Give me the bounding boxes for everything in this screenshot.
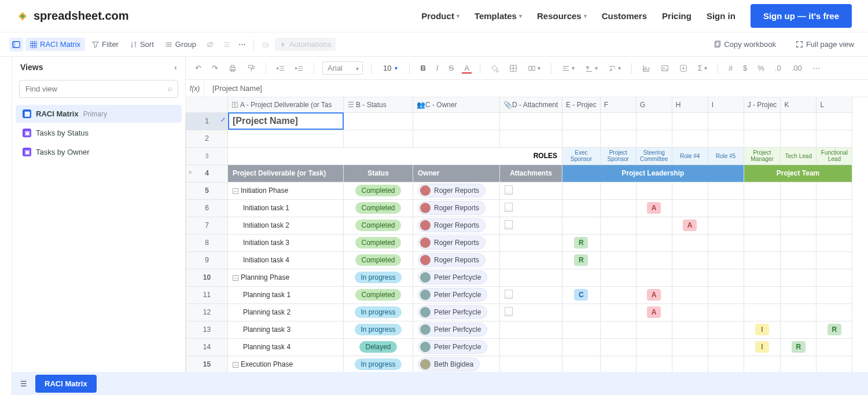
- more-button[interactable]: ⋯: [236, 37, 249, 52]
- status-cell[interactable]: Completed: [344, 199, 413, 217]
- image-button[interactable]: [659, 63, 671, 74]
- view-item[interactable]: ▣Tasks by Status: [16, 124, 182, 142]
- column-header[interactable]: G: [636, 97, 672, 112]
- hash-button[interactable]: #: [726, 63, 735, 74]
- bold-button[interactable]: B: [418, 63, 428, 74]
- comment-button[interactable]: [677, 63, 690, 74]
- merge-button[interactable]: ▾: [525, 63, 543, 74]
- nav-pricing[interactable]: Pricing: [662, 11, 692, 21]
- group-button[interactable]: Group: [161, 38, 201, 51]
- status-cell[interactable]: In progress: [344, 269, 413, 286]
- more-format-button[interactable]: ⋯: [810, 63, 822, 74]
- font-size-select[interactable]: 10▾: [380, 62, 401, 74]
- automations-button[interactable]: Automations: [275, 38, 336, 51]
- inc-dec-button[interactable]: .00: [789, 63, 804, 74]
- row-header[interactable]: 2: [186, 130, 228, 147]
- task-cell[interactable]: Planning task 1: [228, 286, 344, 303]
- owner-cell[interactable]: Peter Perfcycle: [413, 338, 500, 356]
- column-header[interactable]: I: [708, 97, 744, 112]
- attachment-cell[interactable]: [500, 234, 562, 251]
- chart-button[interactable]: [640, 63, 653, 74]
- owner-cell[interactable]: Roger Reports: [413, 251, 500, 269]
- nav-customers[interactable]: Customers: [602, 11, 647, 21]
- status-cell[interactable]: Completed: [344, 182, 413, 199]
- font-select[interactable]: Arial▾: [322, 61, 363, 75]
- italic-button[interactable]: I: [434, 63, 441, 74]
- brand[interactable]: spreadsheet.com: [16, 9, 129, 23]
- attachment-cell[interactable]: [500, 356, 562, 372]
- robot-button[interactable]: [259, 38, 273, 52]
- fill-color-button[interactable]: [488, 63, 501, 74]
- cell-A1[interactable]: [Project Name]: [228, 112, 344, 130]
- functions-button[interactable]: Σ▾: [696, 63, 709, 74]
- view-name-button[interactable]: RACI Matrix: [25, 38, 85, 51]
- undo-button[interactable]: ↶: [193, 63, 204, 74]
- row-header[interactable]: 14: [186, 338, 228, 356]
- nav-product[interactable]: Product▾: [421, 11, 459, 21]
- wrap-button[interactable]: ▾: [606, 63, 623, 74]
- spreadsheet-grid[interactable]: ⚿A - Project Deliverable (or Tas☰B - Sta…: [186, 97, 868, 372]
- nav-signin[interactable]: Sign in: [707, 11, 735, 21]
- column-header[interactable]: K: [781, 97, 816, 112]
- find-view-input[interactable]: [19, 80, 178, 98]
- view-item[interactable]: ▦RACI Matrix Primary: [16, 105, 182, 123]
- nav-resources[interactable]: Resources▾: [537, 11, 587, 21]
- view-item[interactable]: ▣Tasks by Owner: [16, 143, 182, 161]
- status-cell[interactable]: In progress: [344, 356, 413, 372]
- row-header[interactable]: 1⤢: [186, 112, 228, 130]
- status-cell[interactable]: Completed: [344, 234, 413, 251]
- attachment-cell[interactable]: [500, 199, 562, 217]
- task-cell[interactable]: −Initiation Phase: [228, 182, 344, 199]
- attachment-cell[interactable]: [500, 269, 562, 286]
- valign-button[interactable]: ▾: [583, 63, 600, 74]
- paint-button[interactable]: [245, 63, 258, 74]
- task-cell[interactable]: −Planning Phase: [228, 269, 344, 286]
- formula-input[interactable]: [Project Name]: [204, 84, 270, 93]
- task-cell[interactable]: Initiation task 1: [228, 199, 344, 217]
- row-header[interactable]: ≡4: [186, 164, 228, 182]
- dec-dec-button[interactable]: .0: [773, 63, 784, 74]
- text-color-button[interactable]: A: [462, 63, 472, 74]
- owner-cell[interactable]: Roger Reports: [413, 199, 500, 217]
- print-button[interactable]: [226, 63, 239, 74]
- attachment-cell[interactable]: [500, 251, 562, 269]
- attachment-cell[interactable]: [500, 321, 562, 338]
- row-header[interactable]: 7: [186, 217, 228, 234]
- task-cell[interactable]: −Execution Phase: [228, 356, 344, 372]
- indent-button[interactable]: [293, 63, 306, 74]
- toggle-sidebar-button[interactable]: [9, 38, 23, 52]
- status-cell[interactable]: Completed: [344, 286, 413, 303]
- fullpage-button[interactable]: Full page view: [791, 38, 859, 51]
- borders-button[interactable]: [507, 63, 520, 74]
- attachment-cell[interactable]: [500, 286, 562, 303]
- task-cell[interactable]: Planning task 4: [228, 338, 344, 356]
- status-cell[interactable]: In progress: [344, 321, 413, 338]
- redo-button[interactable]: ↷: [209, 63, 220, 74]
- row-header[interactable]: 11: [186, 286, 228, 303]
- row-header[interactable]: 6: [186, 199, 228, 217]
- owner-cell[interactable]: Roger Reports: [413, 182, 500, 199]
- column-header[interactable]: 📎D - Attachment: [500, 97, 562, 112]
- outdent-button[interactable]: [274, 63, 287, 74]
- column-header[interactable]: H: [672, 97, 708, 112]
- select-all-cell[interactable]: [186, 97, 228, 112]
- row-header[interactable]: 13: [186, 321, 228, 338]
- percent-button[interactable]: %: [755, 63, 767, 74]
- owner-cell[interactable]: Peter Perfcycle: [413, 286, 500, 303]
- column-header[interactable]: L: [816, 97, 852, 112]
- column-header[interactable]: 👥C - Owner: [413, 97, 500, 112]
- row-header[interactable]: 5: [186, 182, 228, 199]
- signup-button[interactable]: Sign up — it's free: [751, 4, 852, 28]
- row-header[interactable]: 9: [186, 251, 228, 269]
- hide-button[interactable]: [203, 38, 217, 52]
- attachment-cell[interactable]: [500, 303, 562, 321]
- row-header[interactable]: 12: [186, 303, 228, 321]
- strike-button[interactable]: S: [446, 63, 456, 74]
- sheet-tab-raci[interactable]: RACI Matrix: [35, 375, 97, 393]
- collapse-icon[interactable]: −: [233, 275, 238, 281]
- row-header[interactable]: 10: [186, 269, 228, 286]
- halign-button[interactable]: ▾: [560, 63, 577, 74]
- task-cell[interactable]: Initiation task 2: [228, 217, 344, 234]
- column-header[interactable]: J - Projec: [744, 97, 781, 112]
- status-cell[interactable]: Delayed: [344, 338, 413, 356]
